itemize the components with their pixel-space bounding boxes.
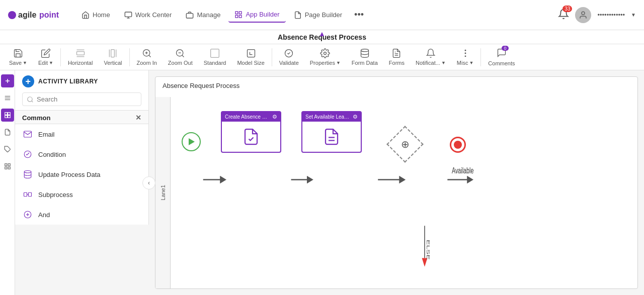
logo-text: agile point (8, 8, 63, 22)
svg-line-19 (149, 55, 151, 57)
toolbar-vertical[interactable]: Vertical (99, 46, 127, 68)
svg-text:agile: agile (18, 11, 37, 19)
svg-text:point: point (39, 11, 59, 19)
svg-rect-40 (5, 113, 7, 115)
sidebar-icon-add[interactable] (1, 74, 14, 87)
sidebar-icon-strip (0, 70, 15, 295)
toolbar-save[interactable]: Save▼ (4, 46, 32, 68)
notification-bell[interactable]: 33 (558, 9, 569, 21)
end-node-inner (454, 141, 462, 149)
panel-collapse-button[interactable]: ‹ (142, 176, 155, 189)
sidebar-icon-doc[interactable] (1, 126, 14, 139)
toolbar-standard-label: Standard (204, 60, 226, 66)
svg-rect-15 (111, 50, 115, 57)
task-node-2[interactable]: Set Available Leave ... ⚙ (301, 111, 362, 153)
svg-rect-6 (187, 13, 193, 18)
activity-item-subprocess[interactable]: Subprocess (15, 184, 148, 205)
user-avatar[interactable] (575, 7, 591, 23)
nav-right: 33 •••••••••••• ▼ (558, 7, 636, 23)
end-node-circle (450, 137, 466, 153)
svg-marker-66 (422, 258, 428, 266)
nav-more[interactable]: ••• (350, 7, 368, 23)
svg-rect-25 (211, 49, 219, 58)
task-node-2-gear[interactable]: ⚙ (353, 114, 358, 120)
toolbar-horizontal-label: Horizontal (68, 60, 93, 66)
notification-count: 33 (562, 6, 572, 12)
task-node-2-title: Set Available Leave ... (305, 114, 351, 120)
toolbar-forms-label: Forms (389, 60, 405, 66)
section-label: Common (22, 114, 50, 122)
activity-item-condition[interactable]: Condition (15, 144, 148, 164)
toolbar-edit[interactable]: Edit▼ (33, 46, 58, 68)
toolbar-comments[interactable]: 0 Comments (483, 46, 520, 68)
activity-item-email-label: Email (38, 131, 55, 138)
search-input[interactable] (37, 95, 137, 103)
comments-badge-wrapper: 0 (497, 48, 507, 59)
toolbar-horizontal[interactable]: Horizontal (63, 46, 98, 68)
nav-work-center[interactable]: Work Center (118, 8, 178, 22)
sidebar-icon-tag[interactable] (1, 143, 14, 156)
gateway-diamond-wrapper: ⊕ (387, 126, 423, 162)
svg-rect-54 (24, 192, 27, 196)
gateway-node[interactable]: ⊕ (387, 126, 423, 162)
lane-label: Lane1 (160, 185, 166, 201)
end-node[interactable] (450, 137, 466, 153)
activity-item-and[interactable]: And (15, 205, 148, 225)
toolbar-divider-4 (480, 48, 481, 66)
task-node-1-body (222, 122, 280, 152)
svg-point-11 (582, 12, 585, 15)
nav-page-builder[interactable]: Page Builder (288, 8, 348, 22)
sidebar-icon-list[interactable] (1, 91, 14, 105)
user-name[interactable]: •••••••••••• (597, 11, 625, 19)
process-canvas[interactable]: Absence Request Process Lane1 (155, 76, 638, 289)
task-node-1-gear[interactable]: ⚙ (272, 114, 277, 120)
nav-manage[interactable]: Manage (180, 8, 226, 22)
toolbar-properties[interactable]: Properties▼ (305, 46, 346, 68)
svg-line-50 (32, 101, 33, 102)
add-activity-button[interactable]: + (22, 75, 34, 87)
sidebar-icon-activities[interactable] (1, 109, 14, 122)
email-icon (22, 129, 33, 140)
toolbar-zoom-in[interactable]: Zoom In (132, 46, 162, 68)
task-node-1[interactable]: Create Absence Reque... ⚙ (221, 111, 281, 153)
canvas-area: Absence Request Process Lane1 (149, 70, 644, 295)
activity-panel-wrapper: + ACTIVITY LIBRARY Common ✕ Email (15, 70, 149, 295)
toolbar-notifications[interactable]: Notificat...▼ (411, 46, 451, 68)
nav-home[interactable]: Home (75, 8, 116, 22)
toolbar-forms[interactable]: Forms (384, 46, 410, 68)
svg-rect-9 (235, 15, 238, 18)
and-icon (22, 209, 33, 220)
toolbar-standard[interactable]: Standard (199, 46, 231, 68)
sidebar-icon-metrics[interactable] (1, 160, 14, 173)
canvas-process-title: Absence Request Process (163, 82, 239, 89)
svg-rect-7 (235, 12, 238, 14)
lane-label-column: Lane1 (155, 97, 171, 288)
toolbar-comments-label: Comments (488, 60, 515, 66)
activity-item-email[interactable]: Email (15, 124, 148, 144)
section-close-button[interactable]: ✕ (135, 114, 141, 122)
nav-app-builder[interactable]: App Builder (228, 8, 285, 23)
toolbar-form-data[interactable]: Form Data (347, 46, 383, 68)
toolbar-properties-label: Properties▼ (310, 60, 341, 66)
svg-rect-42 (5, 116, 7, 118)
main-layout: + ACTIVITY LIBRARY Common ✕ Email (0, 70, 644, 295)
task-node-1-title: Create Absence Reque... (225, 114, 270, 120)
toolbar-validate[interactable]: Validate (274, 46, 304, 68)
search-box (22, 92, 141, 106)
start-node[interactable] (182, 132, 201, 151)
toolbar: Save▼ Edit▼ Horizontal Vertical Zoom In … (0, 44, 644, 70)
toolbar-model-size[interactable]: Model Size (232, 46, 269, 68)
activity-item-update-process-data[interactable]: Update Process Data (15, 164, 148, 184)
user-dropdown-icon[interactable]: ▼ (631, 12, 636, 18)
svg-point-32 (465, 50, 466, 51)
toolbar-zoom-out[interactable]: Zoom Out (163, 46, 198, 68)
task-node-2-box: Set Available Leave ... ⚙ (301, 111, 362, 153)
svg-rect-43 (8, 116, 10, 118)
task-node-1-header: Create Absence Reque... ⚙ (222, 112, 280, 122)
toolbar-misc[interactable]: Misc▼ (452, 46, 479, 68)
update-process-data-icon (22, 169, 33, 180)
svg-text:ELSE: ELSE (426, 240, 431, 260)
condition-icon (22, 149, 33, 160)
svg-point-34 (465, 56, 466, 57)
collapse-chevron[interactable]: ▲ (318, 30, 326, 38)
